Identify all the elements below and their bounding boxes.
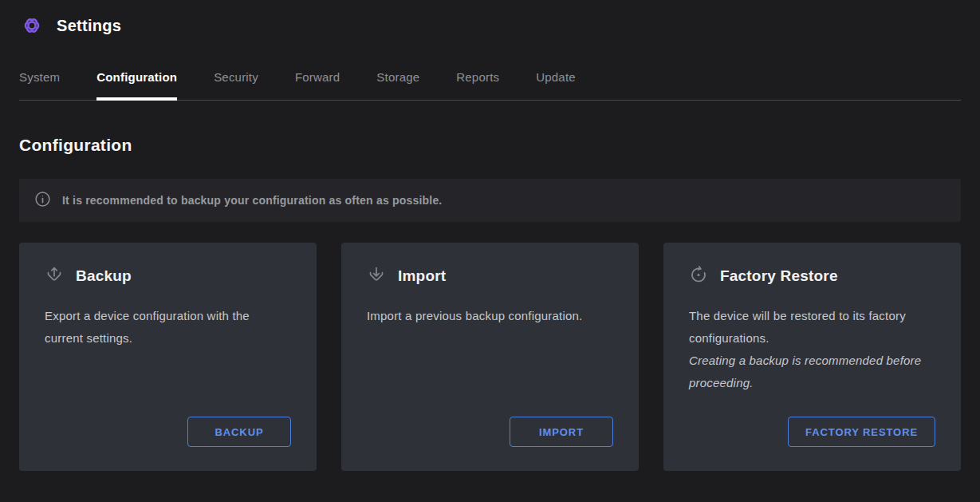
tab-storage[interactable]: Storage [376,70,419,100]
gear-icon [19,13,45,38]
backup-card-header: Backup [45,265,291,287]
info-banner: It is recommended to backup your configu… [19,179,961,222]
card-grid: Backup Export a device configuration wit… [19,243,961,471]
factory-restore-card: Factory Restore The device will be resto… [663,243,961,471]
tab-reports[interactable]: Reports [456,70,499,100]
factory-restore-card-header: Factory Restore [689,265,935,287]
card-description: Export a device configuration with the c… [45,305,291,350]
tab-configuration[interactable]: Configuration [96,70,177,100]
import-card-header: Import [367,265,613,287]
factory-restore-button[interactable]: FACTORY RESTORE [788,417,935,447]
info-banner-text: It is recommended to backup your configu… [62,194,442,207]
tab-system[interactable]: System [19,70,60,100]
settings-page: Settings System Configuration Security F… [0,0,980,471]
card-note: Creating a backup is recommended before … [689,350,935,394]
tab-update[interactable]: Update [536,70,576,100]
app-title: Settings [57,17,121,35]
card-description: The device will be restored to its facto… [689,305,935,350]
tab-forward[interactable]: Forward [295,70,340,100]
import-button[interactable]: IMPORT [510,417,613,447]
restore-icon [689,265,708,287]
page-header: Settings [19,0,961,40]
upload-icon [45,265,64,287]
tab-bar: System Configuration Security Forward St… [19,70,961,101]
card-title: Factory Restore [720,267,838,285]
page-title: Configuration [19,136,961,155]
card-title: Import [398,267,446,285]
card-title: Backup [76,267,132,285]
tab-security[interactable]: Security [214,70,258,100]
download-icon [367,265,386,287]
backup-button[interactable]: BACKUP [187,417,291,447]
info-icon [34,191,51,211]
import-card: Import Import a previous backup configur… [341,243,639,471]
card-description: Import a previous backup configuration. [367,305,613,327]
backup-card: Backup Export a device configuration wit… [19,243,317,471]
